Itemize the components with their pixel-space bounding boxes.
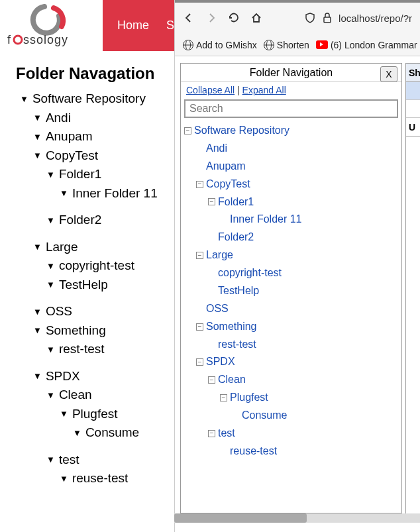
chevron-down-icon: ▼ (20, 93, 28, 106)
forward-icon[interactable] (205, 12, 217, 24)
edge-u: U (406, 118, 420, 136)
collapse-icon[interactable]: − (220, 394, 227, 401)
tree-node[interactable]: ▼Plugfest (60, 405, 168, 424)
left-panel-title: Folder Navagation (16, 64, 174, 83)
bookmark-gmishx[interactable]: Add to GMishx (183, 40, 257, 50)
chevron-down-icon: ▼ (60, 407, 68, 421)
close-button[interactable]: X (380, 66, 397, 82)
tree-node[interactable]: ▼SPDX (33, 367, 168, 386)
tree-node[interactable]: ▼Consume (73, 423, 168, 443)
tree-node[interactable]: ▼rest-test (46, 340, 168, 359)
tree-node[interactable]: Folder1 (218, 193, 254, 211)
collapse-all-link[interactable]: Collapse All (186, 85, 235, 95)
svg-point-1 (14, 36, 22, 44)
tree-node[interactable]: copyright-test (218, 264, 282, 282)
search-input[interactable] (184, 99, 398, 118)
home-icon[interactable] (250, 12, 262, 24)
tree-node[interactable]: rest-test (218, 336, 256, 354)
chevron-down-icon: ▼ (46, 343, 55, 356)
tree-node[interactable]: ▼reuse-test (60, 469, 168, 488)
fossology-logo: f ssology (0, 0, 103, 51)
tree-node[interactable]: ▼Software Repository (20, 89, 168, 109)
tree-node[interactable]: Plugfest (230, 389, 268, 407)
nav-home[interactable]: Home (117, 19, 149, 32)
svg-text:f: f (7, 33, 11, 46)
collapse-icon[interactable]: − (208, 198, 215, 205)
tree-node[interactable]: Software Repository (194, 122, 289, 140)
chevron-down-icon: ▼ (46, 214, 55, 227)
chevron-down-icon: ▼ (33, 131, 42, 144)
tree-node[interactable]: Anupam (206, 158, 246, 176)
chevron-down-icon: ▼ (46, 168, 55, 182)
tree-node[interactable]: test (218, 425, 235, 443)
tree-node[interactable]: OSS (206, 300, 229, 318)
tree-node[interactable]: TestHelp (218, 282, 259, 300)
chevron-down-icon: ▼ (33, 324, 42, 337)
chevron-down-icon: ▼ (73, 427, 81, 440)
tree-node[interactable]: ▼Something (33, 321, 168, 341)
tree-node[interactable]: CopyTest (206, 176, 250, 193)
tree-node[interactable]: Large (206, 246, 233, 264)
tree-node[interactable]: ▼CopyTest (33, 146, 168, 166)
browser-chrome: localhost/repo/?r Add to GMishx Shorten … (175, 0, 420, 56)
bookmark-london[interactable]: (6) London Grammar (316, 40, 417, 50)
collapse-icon[interactable]: − (184, 127, 191, 134)
edge-sh: Sh (406, 64, 420, 82)
chevron-down-icon: ▼ (33, 111, 42, 125)
chevron-down-icon: ▼ (60, 472, 68, 486)
tree-node[interactable]: Consume (242, 407, 287, 425)
chevron-down-icon: ▼ (33, 370, 42, 383)
nav-other[interactable]: S (166, 19, 174, 32)
back-icon[interactable] (183, 12, 195, 24)
right-tree: −Software Repository Andi Anupam −CopyTe… (181, 119, 401, 463)
lock-icon (321, 12, 333, 24)
url-text[interactable]: localhost/repo/?r (339, 13, 412, 24)
tree-node[interactable]: ▼Clean (46, 386, 168, 405)
tree-node[interactable]: Something (206, 318, 257, 336)
tree-node[interactable]: ▼TestHelp (46, 276, 168, 295)
bookmark-shorten[interactable]: Shorten (264, 40, 309, 50)
collapse-icon[interactable]: − (208, 376, 215, 384)
tree-node[interactable]: Andi (206, 140, 227, 158)
chevron-down-icon: ▼ (46, 278, 55, 292)
left-tree: ▼Software Repository ▼Andi ▼Anupam ▼Copy… (0, 89, 174, 488)
collapse-icon[interactable]: − (196, 323, 203, 331)
tree-node[interactable]: reuse-test (230, 443, 277, 460)
svg-text:ssology: ssology (23, 33, 68, 46)
collapse-icon[interactable]: − (196, 252, 203, 259)
top-nav: Home S (103, 0, 174, 51)
folder-nav-panel: Folder Navigation X Collapse All | Expan… (180, 63, 402, 513)
tree-node[interactable]: ▼Anupam (33, 127, 168, 146)
scrollbar-thumb[interactable] (174, 513, 307, 523)
collapse-icon[interactable]: − (208, 430, 215, 437)
right-edge-panel: Sh U (405, 63, 420, 513)
globe-icon (264, 40, 274, 50)
tree-node[interactable]: ▼Large (33, 238, 168, 257)
globe-icon (183, 40, 193, 50)
tree-node[interactable]: Clean (218, 371, 246, 389)
chevron-down-icon: ▼ (46, 389, 55, 402)
collapse-icon[interactable]: − (196, 181, 203, 188)
chevron-down-icon: ▼ (33, 305, 42, 319)
tree-node[interactable]: ▼Folder1 (46, 165, 168, 184)
expand-all-link[interactable]: Expand All (242, 85, 286, 95)
tree-node[interactable]: ▼copyright-test (46, 256, 168, 276)
collapse-icon[interactable]: − (196, 358, 203, 366)
tree-node[interactable]: Folder2 (218, 229, 254, 246)
tree-node[interactable]: ▼Andi (33, 109, 168, 128)
chevron-down-icon: ▼ (46, 453, 55, 466)
youtube-icon (316, 40, 328, 49)
tree-node[interactable]: ▼Inner Folder 11 (60, 184, 168, 203)
chevron-down-icon: ▼ (33, 240, 42, 254)
shield-icon[interactable] (304, 12, 316, 24)
reload-icon[interactable] (228, 12, 240, 24)
tree-node[interactable]: Inner Folder 11 (230, 211, 302, 229)
svg-rect-3 (324, 17, 331, 23)
tree-node[interactable]: ▼OSS (33, 302, 168, 321)
tree-node[interactable]: ▼Folder2 (46, 211, 168, 230)
horizontal-scrollbar[interactable] (174, 513, 420, 523)
panel-title: Folder Navigation (250, 67, 333, 79)
chevron-down-icon: ▼ (46, 260, 55, 273)
tree-node[interactable]: SPDX (206, 353, 235, 371)
tree-node[interactable]: ▼test (46, 451, 168, 470)
